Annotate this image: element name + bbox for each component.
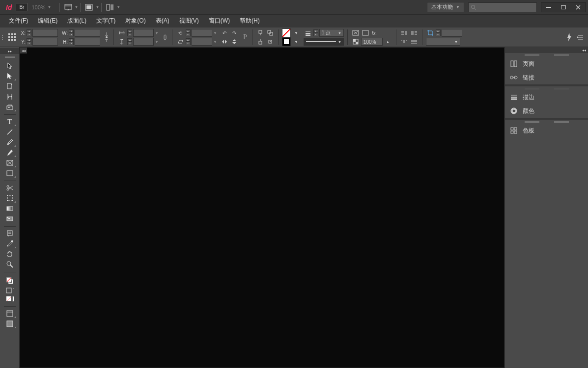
panel-stroke[interactable]: 描边 (505, 90, 588, 104)
rectangle-tool[interactable] (3, 168, 17, 178)
quick-apply-icon[interactable] (565, 33, 573, 42)
constrain-proportions-button[interactable] (102, 28, 111, 46)
selection-tool[interactable] (3, 61, 17, 71)
view-mode-normal[interactable] (3, 309, 17, 318)
close-button[interactable] (571, 3, 586, 12)
select-content-button[interactable] (266, 29, 275, 37)
select-next-button[interactable] (266, 38, 275, 46)
menu-layout[interactable]: 版面(L) (62, 15, 91, 27)
gradient-feather-tool[interactable] (3, 214, 17, 224)
gradient-swatch-tool[interactable] (3, 204, 17, 213)
flip-v-button[interactable] (230, 38, 239, 46)
svg-rect-81 (7, 217, 8, 218)
minimize-button[interactable] (541, 3, 556, 12)
wrap-right-button[interactable] (410, 29, 419, 37)
w-input[interactable] (75, 29, 100, 37)
menu-table[interactable]: 表(A) (151, 15, 174, 27)
menu-file[interactable]: 文件(F) (4, 15, 33, 27)
menu-type[interactable]: 文字(T) (91, 15, 120, 27)
rotate-cw-button[interactable]: ↷ (230, 29, 239, 37)
menu-view[interactable]: 视图(V) (174, 15, 204, 27)
shear-input[interactable] (192, 38, 212, 46)
eyedropper-tool[interactable] (3, 239, 17, 249)
scissors-tool[interactable] (3, 183, 17, 193)
scale-y-input[interactable] (133, 38, 154, 46)
fill-stroke-proxy[interactable] (3, 274, 17, 287)
select-container-button[interactable] (256, 29, 265, 37)
flip-h-button[interactable] (220, 38, 229, 46)
type-tool[interactable]: T (3, 117, 17, 127)
document-canvas[interactable]: ◂◂ (20, 47, 504, 368)
opacity-slider-button[interactable]: ▸ (384, 38, 392, 46)
view-options-button[interactable] (63, 2, 74, 13)
control-menu-icon[interactable] (577, 34, 584, 41)
y-input[interactable] (32, 38, 58, 46)
scale-x-input[interactable] (133, 29, 154, 37)
fit-frame-button[interactable] (361, 29, 370, 37)
direct-selection-tool[interactable] (3, 71, 17, 81)
panel-group-handle[interactable] (505, 86, 588, 90)
free-transform-tool[interactable] (3, 193, 17, 203)
search-icon (471, 4, 476, 10)
select-prev-button[interactable] (256, 38, 265, 46)
zoom-level[interactable]: 100% (31, 4, 45, 10)
panel-collapse-button[interactable]: ◂◂ (505, 47, 588, 53)
reference-point-proxy[interactable] (8, 28, 17, 46)
wrap-left-button[interactable] (400, 29, 409, 37)
stroke-style-dropdown[interactable]: ▼ (304, 38, 344, 46)
maximize-button[interactable] (556, 3, 571, 12)
auto-fit-button[interactable] (351, 29, 360, 37)
arrange-button[interactable] (105, 2, 115, 13)
stroke-swatch[interactable] (282, 37, 291, 46)
constrain-scale-button[interactable] (161, 28, 169, 46)
line-tool[interactable] (3, 127, 17, 137)
menu-window[interactable]: 窗口(W) (204, 15, 235, 27)
zoom-tool[interactable] (3, 260, 17, 269)
screen-mode-button[interactable] (84, 2, 94, 13)
panel-pages[interactable]: 页面 (505, 57, 588, 71)
control-bar-grip[interactable] (2, 29, 5, 45)
h-input[interactable] (75, 38, 100, 46)
panel-group-handle[interactable] (505, 120, 588, 124)
panel-links[interactable]: 链接 (505, 71, 588, 84)
panel-group-handle[interactable] (505, 53, 588, 57)
rotation-input[interactable] (192, 29, 212, 37)
panel-color[interactable]: 颜色 (505, 104, 588, 118)
rotate-ccw-button[interactable]: ↶ (220, 29, 229, 37)
note-tool[interactable] (3, 229, 17, 238)
hand-tool[interactable] (3, 249, 17, 259)
svg-rect-37 (363, 30, 368, 35)
fill-swatch[interactable] (282, 28, 291, 37)
panel-swatches[interactable]: 色板 (505, 124, 588, 137)
apply-color-buttons[interactable] (3, 296, 17, 304)
pencil-tool[interactable] (3, 148, 17, 158)
stroke-weight-input[interactable]: 1 点▼ (319, 29, 344, 37)
wrap-none-button[interactable] (410, 38, 419, 46)
zoom-dropdown-arrow[interactable]: ▼ (48, 5, 52, 9)
content-collector-tool[interactable] (3, 102, 17, 112)
fx-label[interactable]: fx. (372, 30, 377, 36)
stroke-dropdown[interactable]: ▼ (292, 38, 301, 46)
x-input[interactable] (32, 29, 58, 37)
wrap-both-button[interactable] (400, 38, 409, 46)
toolbox-collapse-button[interactable]: ▸▸ (0, 48, 19, 54)
menu-object[interactable]: 对象(O) (120, 15, 150, 27)
toolbox-handle[interactable] (2, 55, 17, 59)
formatting-affects-container[interactable]: T (3, 288, 17, 295)
corner-options-dropdown[interactable]: ▼ (426, 38, 460, 46)
menu-help[interactable]: 帮助(H) (235, 15, 265, 27)
canvas-expand-button[interactable]: ◂◂ (20, 48, 27, 53)
fill-dropdown[interactable]: ▼ (292, 29, 301, 37)
view-mode-preview[interactable] (3, 319, 17, 329)
gap-tool[interactable] (3, 92, 17, 102)
crop-input[interactable] (442, 29, 462, 37)
rectangle-frame-tool[interactable] (3, 158, 17, 168)
opacity-input[interactable]: 100% (361, 38, 383, 46)
search-input[interactable] (468, 2, 537, 12)
workspace-selector[interactable]: 基本功能 ▼ (427, 2, 464, 12)
page-tool[interactable] (3, 81, 17, 91)
bridge-button[interactable]: Br (16, 3, 28, 11)
rotation-icon: ⟲ (176, 29, 185, 37)
menu-edit[interactable]: 编辑(E) (33, 15, 62, 27)
pen-tool[interactable] (3, 137, 17, 147)
